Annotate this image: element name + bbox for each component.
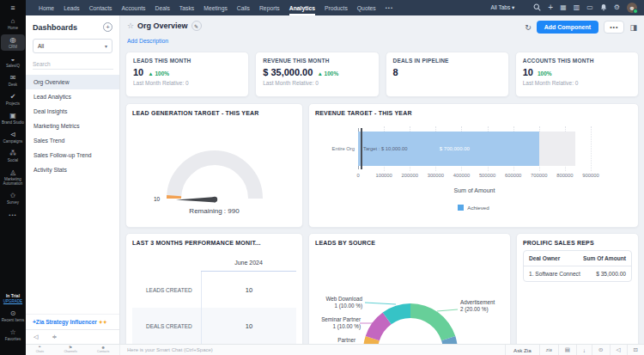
legend-label: Achieved [467,205,489,211]
nav-tab-products[interactable]: Products [325,0,348,15]
sidebar-item-label: Marketing Automation [1,177,25,186]
calendar-icon[interactable]: ▦ [560,4,567,11]
dashboard-list-item[interactable]: Activity Stats [26,162,119,177]
gauge-needle-hub [211,197,216,202]
more-options-button[interactable]: ••• [604,21,624,34]
dashboard-list-item[interactable]: Org Overview [26,75,119,89]
dashboard-title: Org Overview [137,21,188,30]
dashboard-list-item[interactable]: Sales Follow-up Trend [26,148,119,162]
dashboard-search-input[interactable] [33,61,113,70]
revenue-target-line [361,128,362,169]
nav-tab-meetings[interactable]: Meetings [204,0,228,15]
revenue-bar-value-label: $ 700,000.00 [440,146,470,151]
kpi-card-accounts-this-month[interactable]: ACCOUNTS THIS MONTH10100%Last Month Rela… [515,52,639,97]
sidebar-item-desk[interactable]: ✉Desk [1,72,25,89]
trial-label: In Trial [3,293,22,298]
sidebar-item-salesiq[interactable]: ◒SalesIQ [1,53,25,70]
bell-icon[interactable] [600,3,607,13]
quick-create-icon[interactable]: + [548,3,553,12]
sidebar-item-projects[interactable]: ✔Projects [1,91,25,107]
social-icon: ⁂ [9,150,16,157]
download-icon[interactable]: ↓ [576,345,592,355]
dashboard-list-item[interactable]: Deal Insights [26,104,119,119]
nav-tab-contacts[interactable]: Contacts [89,0,112,15]
sidebar-item-crm[interactable]: ◎CRM [1,34,25,51]
dashboard-list-item[interactable]: Marketing Metrics [26,119,119,133]
pie-leader-line [365,303,396,304]
chat-tab-label: Channels [64,351,77,354]
kanban-icon[interactable]: ▥ [574,4,580,11]
smart-chat-bar: ❝Chats⚑Channels☻Contacts Here is your Sm… [26,344,644,355]
kpi-card-revenue-this-month[interactable]: REVENUE THIS MONTH$ 35,000.00▲ 100%Last … [255,52,379,97]
add-component-button[interactable]: Add Component [537,21,598,34]
revenue-plot-area: Entire Org Target : $ 10,000.00 $ 700,00… [358,126,591,180]
monitor-icon[interactable]: ▭ [586,4,593,11]
ask-zia-button[interactable]: Ask Zia [505,345,539,355]
rail-more-icon[interactable]: ••• [9,212,16,217]
sidebar-item-campaigns[interactable]: ⊲Campaigns [1,129,25,145]
edit-pencil-icon[interactable]: ✎ [191,21,202,31]
dashboard-filter-dropdown[interactable]: All ▾ [33,39,112,53]
nav-tab-accounts[interactable]: Accounts [122,0,146,15]
performance-row-label: LEADS CREATED [132,287,201,293]
smart-chat-input[interactable]: Here is your Smart Chat (Ctrl+Space) [120,347,505,352]
reps-table-row[interactable]: 1. Software Connect$ 35,000.00 [524,266,631,281]
chat-tab-chats[interactable]: ❝Chats [36,346,44,353]
add-dashboard-button[interactable]: + [103,22,112,32]
kpi-card-leads-this-month[interactable]: LEADS THIS MONTH10▲ 100%Last Month Relat… [125,52,249,97]
pie-slice-advertisement[interactable] [410,303,455,340]
announce-icon[interactable]: ◁ [610,345,627,355]
dashboard-list: Org OverviewLead AnalyticsDeal InsightsM… [26,75,119,314]
favorites-button[interactable]: ☆ Favorites [1,327,25,343]
avatar[interactable]: ☻ [627,3,637,13]
nav-tab-calls[interactable]: Calls [237,0,250,15]
nav-more-icon[interactable]: ••• [386,5,393,10]
prolific-sales-reps-card: PROLIFIC SALES REPS Deal Owner Sum Of Am… [516,233,639,344]
revenue-legend: Achieved [315,205,632,211]
layout-toggle-icon[interactable]: ◨ [629,23,637,32]
nav-tab-home[interactable]: Home [39,0,54,15]
announcement-icon[interactable]: ◁ [33,334,38,340]
hamburger-menu-icon[interactable]: ≡ [10,3,15,12]
chat-tab-channels[interactable]: ⚑Channels [64,346,77,353]
nav-tab-reports[interactable]: Reports [259,0,280,15]
kpi-card-deals-in-pipeline[interactable]: DEALS IN PIPELINE8 [386,52,509,97]
kpi-footnote: Last Month Relative: 0 [523,80,631,86]
all-tabs-dropdown[interactable]: All Tabs ▾ [491,4,515,11]
settings-gear-icon[interactable]: ⚙ [614,4,620,11]
crm-icon: ◎ [10,36,16,44]
dashboard-list-item[interactable]: Sales Trend [26,133,119,148]
dashboards-header: Dashboards + [26,15,119,37]
sidebar-item-home[interactable]: ⌂Home [1,15,25,32]
notes-icon[interactable]: ▤ [558,345,576,355]
upgrade-link[interactable]: UPGRADE [3,299,22,303]
search-icon[interactable] [533,3,541,13]
pie-leader-line [437,309,458,311]
nav-tab-tasks[interactable]: Tasks [179,0,194,15]
refresh-icon[interactable]: ↻ [525,23,532,32]
kpi-delta: ▲ 100% [317,70,338,77]
sidebar-item-social[interactable]: ⁂Social [1,148,25,164]
reps-table-header: Deal Owner Sum Of Amount [524,251,631,266]
reminder-icon[interactable]: ⊙ [592,345,609,355]
nav-tab-quotes[interactable]: Quotes [357,0,376,15]
add-description-link[interactable]: Add Description [127,38,168,44]
dashboard-list-item[interactable]: Lead Analytics [26,89,119,104]
sidebar-item-survey[interactable]: ✩Survey [1,190,25,206]
pie-label-web-download: Web Download1 (10.00 %) [313,296,362,309]
sliders-icon[interactable]: ≑ [52,334,57,340]
screenshot-icon[interactable]: ⊡ [627,345,644,355]
sidebar-item-label: Survey [7,200,19,205]
zia-icon[interactable]: zia [539,345,558,355]
nav-tab-analytics[interactable]: Analytics [289,0,315,15]
chat-tab-contacts[interactable]: ☻Contacts [97,346,109,353]
sidebar-item-brand-studio[interactable]: ▣Brand Studio [1,110,25,126]
revenue-achieved-bar[interactable]: Target : $ 10,000.00 $ 700,000.00 [358,132,539,166]
sidebar-item-marketing-automation[interactable]: ◬Marketing Automation [1,167,25,187]
favorite-star-icon[interactable]: ☆ [127,21,134,30]
kpi-title: REVENUE THIS MONTH [263,58,371,64]
nav-tab-deals[interactable]: Deals [155,0,169,15]
zia-strategy-link[interactable]: +Zia Strategy Influencer ✦✦ [26,314,119,329]
nav-tab-leads[interactable]: Leads [64,0,80,15]
recent-items-button[interactable]: ⊙ Recent Items [1,308,25,324]
